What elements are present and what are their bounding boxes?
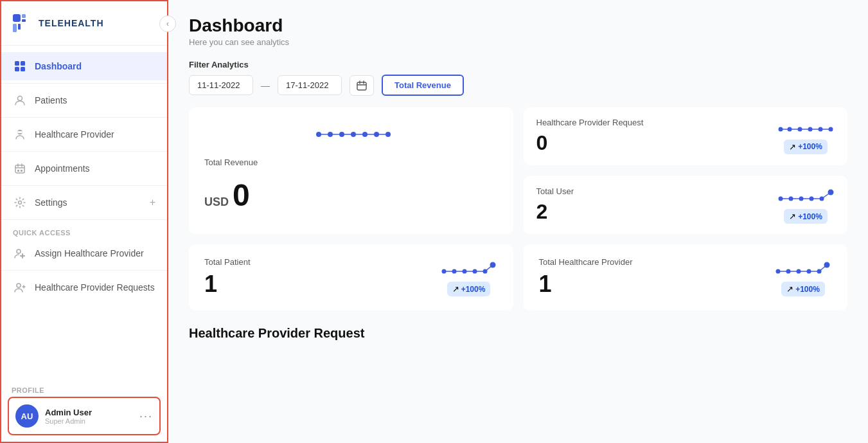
svg-rect-8 <box>21 67 25 71</box>
healthcare-requests-icon <box>13 280 27 294</box>
patients-icon <box>13 93 27 107</box>
svg-rect-2 <box>22 19 26 22</box>
date-to-input[interactable]: 17-11-2022 <box>278 75 342 95</box>
healthcare-request-card: Healthcare Provider Request 0 <box>524 107 848 165</box>
svg-point-9 <box>18 96 22 101</box>
sidebar-item-patients-label: Patients <box>35 95 67 105</box>
sidebar: TELEHEALTH ‹ Dashboard <box>0 0 168 443</box>
total-patient-label: Total Patient <box>204 257 251 267</box>
svg-point-16 <box>19 201 22 204</box>
total-patient-chart-side: ↗ +100% <box>440 258 498 296</box>
sidebar-item-assign-healthcare[interactable]: Assign Healthcare Provider <box>1 239 167 267</box>
total-user-trend: +100% <box>798 212 822 221</box>
settings-icon <box>13 195 27 210</box>
total-revenue-card: Total Revenue USD 0 <box>189 107 513 234</box>
total-revenue-button[interactable]: Total Revenue <box>382 75 464 96</box>
total-patient-trend: +100% <box>461 285 486 294</box>
main-content: Dashboard Here you can see analytics Fil… <box>168 0 868 443</box>
filter-section: Filter Analytics 11-11-2022 — 17-11-2022… <box>189 60 847 96</box>
total-user-label: Total User <box>536 186 771 196</box>
total-hp-chart <box>774 258 832 279</box>
total-hp-trend: +100% <box>795 285 820 294</box>
svg-rect-5 <box>15 61 19 66</box>
svg-rect-12 <box>18 131 22 133</box>
sidebar-item-dashboard[interactable]: Dashboard <box>1 52 167 80</box>
total-user-card: Total User 2 <box>524 176 848 234</box>
filter-row: 11-11-2022 — 17-11-2022 Total Revenue <box>189 75 847 96</box>
revenue-number: 0 <box>233 177 250 213</box>
sidebar-item-dashboard-label: Dashboard <box>35 61 82 71</box>
hp-request-chart-side: ↗ +100% <box>777 119 835 154</box>
svg-rect-15 <box>21 170 22 172</box>
date-from-input[interactable]: 11-11-2022 <box>189 75 253 95</box>
date-separator: — <box>261 80 270 91</box>
total-hp-card: Total Healthcare Provider 1 <box>524 244 848 311</box>
total-revenue-value: USD 0 <box>204 177 498 213</box>
svg-point-38 <box>829 127 833 131</box>
svg-rect-3 <box>13 24 17 32</box>
revenue-chart <box>306 120 396 146</box>
total-hp-chart-side: ↗ +100% <box>774 258 832 296</box>
page-title: Dashboard <box>189 15 847 36</box>
section-title: Healthcare Provider Request <box>189 326 847 341</box>
profile-role: Super Admin <box>45 417 133 425</box>
svg-rect-0 <box>13 14 21 22</box>
calendar-icon <box>357 80 367 91</box>
page-subtitle: Here you can see analytics <box>189 37 847 47</box>
hp-request-label: Healthcare Provider Request <box>536 118 771 127</box>
sidebar-item-healthcare-requests[interactable]: Healthcare Provider Requests <box>1 273 167 302</box>
assign-healthcare-icon <box>13 246 27 260</box>
hp-request-trend: +100% <box>798 142 822 151</box>
sidebar-item-patients[interactable]: Patients <box>1 86 167 114</box>
total-hp-label: Total Healthcare Provider <box>539 257 633 267</box>
logo-icon <box>12 13 32 33</box>
profile-menu-button[interactable]: ··· <box>139 410 153 423</box>
total-patient-trend-badge: ↗ +100% <box>447 282 491 296</box>
settings-add-icon[interactable]: + <box>150 197 155 208</box>
total-user-chart <box>777 186 835 206</box>
healthcare-provider-icon <box>13 127 27 141</box>
calendar-button[interactable] <box>350 75 374 96</box>
svg-point-71 <box>824 262 830 268</box>
hp-request-trend-badge: ↗ +100% <box>784 140 828 154</box>
sidebar-item-healthcare-provider-label: Healthcare Provider <box>35 129 114 140</box>
sidebar-item-settings-label: Settings <box>35 197 67 208</box>
sidebar-item-appointments[interactable]: Appointments <box>1 154 167 183</box>
total-hp-value: 1 <box>539 271 633 298</box>
profile-name: Admin User <box>45 408 133 417</box>
total-patient-value: 1 <box>204 271 251 298</box>
svg-point-49 <box>828 190 834 195</box>
quick-access-label: QUICK ACCESS <box>1 222 167 239</box>
total-patient-card: Total Patient 1 ↗ <box>189 244 513 311</box>
app-name: TELEHEALTH <box>39 18 104 28</box>
appointments-icon <box>13 161 27 176</box>
hp-request-chart <box>777 119 835 137</box>
svg-rect-4 <box>18 24 21 30</box>
svg-point-17 <box>17 249 21 253</box>
svg-rect-19 <box>357 82 366 90</box>
revenue-prefix: USD <box>204 195 229 209</box>
svg-point-60 <box>490 262 495 268</box>
svg-rect-7 <box>15 67 19 71</box>
filter-label: Filter Analytics <box>189 60 847 69</box>
total-user-trend-badge: ↗ +100% <box>784 209 828 224</box>
sidebar-item-appointments-label: Appointments <box>35 163 90 174</box>
sidebar-item-assign-label: Assign Healthcare Provider <box>35 248 144 258</box>
total-patient-info: Total Patient 1 <box>204 257 251 298</box>
svg-rect-13 <box>15 165 24 173</box>
profile-info: Admin User Super Admin <box>45 408 133 425</box>
nav-menu: Dashboard Patients <box>1 46 167 383</box>
total-hp-info: Total Healthcare Provider 1 <box>539 257 633 298</box>
hp-request-value: 0 <box>536 131 771 155</box>
sidebar-item-settings[interactable]: Settings + <box>1 188 167 217</box>
dashboard-icon <box>13 59 27 73</box>
total-hp-trend-badge: ↗ +100% <box>781 282 825 296</box>
total-user-value: 2 <box>536 200 771 224</box>
profile-section: AU Admin User Super Admin ··· <box>8 397 161 435</box>
collapse-button[interactable]: ‹ <box>159 15 176 32</box>
svg-rect-1 <box>22 14 26 18</box>
total-patient-chart <box>440 258 498 279</box>
avatar: AU <box>15 404 39 428</box>
sidebar-item-healthcare-provider[interactable]: Healthcare Provider <box>1 120 167 149</box>
sidebar-item-requests-label: Healthcare Provider Requests <box>35 282 155 293</box>
